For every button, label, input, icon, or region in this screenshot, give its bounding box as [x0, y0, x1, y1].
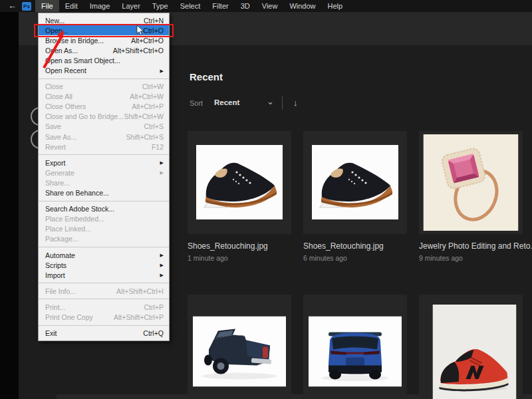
file-menu-item-print-one-copy: Print One CopyAlt+Shift+Ctrl+P	[39, 312, 169, 322]
menu-item-label: Close All	[45, 92, 72, 100]
recent-file-card[interactable]	[303, 295, 407, 399]
submenu-arrow-icon: ▶	[160, 158, 164, 168]
photoshop-home-screen: ← Ps FileEditImageLayerTypeSelectFilter3…	[0, 0, 532, 399]
back-arrow-icon[interactable]: ←	[8, 0, 17, 12]
menubar-item-3d[interactable]: 3D	[235, 0, 256, 12]
file-name: Shoes_Retouching.jpg	[188, 241, 291, 251]
file-menu-item-search-adobe-stock[interactable]: Search Adobe Stock...	[39, 204, 169, 214]
file-thumbnail[interactable]	[188, 131, 291, 234]
menu-item-shortcut: Ctrl+S	[144, 122, 164, 130]
file-menu-item-automate[interactable]: Automate▶	[39, 250, 169, 260]
menu-item-label: Save	[45, 122, 61, 130]
menubar-items: FileEditImageLayerTypeSelectFilter3DView…	[35, 0, 348, 12]
menu-item-label: Save As...	[45, 133, 76, 141]
menu-item-label: Revert	[45, 143, 66, 151]
menubar-item-view[interactable]: View	[256, 0, 284, 12]
menubar-item-type[interactable]: Type	[146, 0, 174, 12]
annotation-arrow	[40, 27, 73, 73]
file-menu-item-scripts[interactable]: Scripts▶	[39, 260, 169, 270]
menu-item-shortcut: Alt+Ctrl+O	[131, 37, 164, 45]
file-menu-item-revert: RevertF12	[39, 142, 169, 152]
menubar-item-help[interactable]: Help	[322, 0, 349, 12]
menu-item-label: Export	[45, 159, 65, 167]
file-thumbnail[interactable]	[303, 131, 407, 234]
file-menu-item-close-all: Close AllAlt+Ctrl+W	[39, 92, 169, 102]
menu-item-shortcut: Ctrl+N	[144, 17, 164, 25]
menubar-item-layer[interactable]: Layer	[116, 0, 146, 12]
menu-item-label: Generate	[45, 169, 74, 177]
menu-item-label: Import	[45, 271, 65, 279]
recent-file-card[interactable]: Shoes_Retouching.jpg 6 minutes ago	[303, 131, 407, 262]
blue-pickup-truck-image	[193, 315, 286, 388]
menubar-item-edit[interactable]: Edit	[59, 0, 84, 12]
menu-separator	[39, 283, 169, 283]
menu-item-label: Automate	[45, 251, 75, 259]
menu-item-label: Share...	[45, 179, 70, 187]
file-thumbnail[interactable]	[419, 131, 523, 234]
file-timestamp: 9 minutes ago	[419, 254, 523, 262]
menu-item-label: File Info...	[45, 287, 76, 295]
red-sneaker-image	[432, 305, 517, 399]
menubar-item-image[interactable]: Image	[84, 0, 116, 12]
blue-suv-image	[309, 315, 402, 388]
menu-item-label: Print One Copy	[45, 313, 93, 321]
submenu-arrow-icon: ▶	[160, 66, 164, 76]
file-menu-item-share-on-behance[interactable]: Share on Behance...	[39, 188, 169, 198]
submenu-arrow-icon: ▶	[160, 270, 164, 280]
menu-item-label: Search Adobe Stock...	[45, 205, 114, 213]
sort-selected-value: Recent	[214, 98, 239, 106]
menu-item-label: Print...	[45, 303, 65, 311]
menubar-item-select[interactable]: Select	[174, 0, 207, 12]
recent-file-card[interactable]: Jewelry Photo Editing and Reto... 9 minu…	[419, 131, 523, 262]
file-menu-item-place-embedded: Place Embedded...	[39, 214, 169, 224]
menu-item-shortcut: F12	[152, 143, 164, 151]
menu-item-label: Place Embedded...	[45, 215, 104, 223]
menu-item-shortcut: Ctrl+P	[144, 303, 164, 311]
menubar-item-window[interactable]: Window	[283, 0, 321, 12]
sort-order-arrow-icon[interactable]: ↓	[293, 98, 298, 108]
menu-separator	[39, 154, 169, 155]
file-menu-item-print: Print...Ctrl+P	[39, 302, 169, 312]
file-menu-item-place-linked: Place Linked...	[39, 224, 169, 234]
menu-item-shortcut: Shift+Ctrl+W	[124, 112, 164, 120]
pink-gemstone-ring-image	[423, 134, 519, 231]
file-thumbnail[interactable]	[188, 295, 291, 399]
file-thumbnail[interactable]	[419, 295, 523, 399]
file-menu-item-import[interactable]: Import▶	[39, 270, 169, 280]
file-menu-item-close-and-go-to-bridge: Close and Go to Bridge...Shift+Ctrl+W	[39, 112, 169, 122]
file-menu-item-exit[interactable]: ExitCtrl+Q	[39, 329, 169, 338]
file-name: Jewelry Photo Editing and Reto...	[419, 241, 523, 251]
file-timestamp: 6 minutes ago	[303, 254, 407, 262]
recent-file-card[interactable]	[419, 295, 523, 399]
menu-item-label: Scripts	[45, 261, 66, 269]
submenu-arrow-icon: ▶	[160, 250, 164, 260]
file-thumbnail[interactable]	[303, 295, 407, 399]
file-name: Shoes_Retouching.jpg	[303, 241, 407, 251]
menu-separator	[39, 247, 169, 247]
menu-item-shortcut: Alt+Shift+Ctrl+P	[114, 313, 164, 321]
menu-item-label: Close Others	[45, 102, 86, 110]
file-timestamp: 1 minute ago	[188, 254, 291, 262]
menu-item-shortcut: Alt+Shift+Ctrl+I	[116, 287, 164, 295]
toolbar-divider	[282, 96, 283, 110]
menu-item-shortcut: Ctrl+W	[142, 82, 164, 90]
file-menu-item-export[interactable]: Export▶	[39, 158, 169, 168]
file-menu-item-generate: Generate▶	[39, 168, 169, 178]
menu-item-label: Package...	[45, 235, 78, 243]
file-menu-item-save: SaveCtrl+S	[39, 122, 169, 132]
menu-item-shortcut: Alt+Ctrl+W	[130, 92, 164, 100]
menu-item-label: Share on Behance...	[45, 189, 109, 197]
recent-file-card[interactable]: Shoes_Retouching.jpg 1 minute ago	[188, 131, 291, 262]
black-sneaker-image	[196, 145, 283, 219]
sort-dropdown[interactable]: Recent ⌄	[213, 96, 274, 110]
menu-item-label: Close	[45, 82, 63, 90]
menubar-item-filter[interactable]: Filter	[206, 0, 234, 12]
menubar-item-file[interactable]: File	[35, 0, 59, 12]
recent-file-card[interactable]	[188, 295, 291, 399]
file-menu-item-package: Package...	[39, 234, 169, 244]
sort-label: Sort	[190, 99, 203, 107]
black-sneaker-image	[312, 145, 398, 219]
photoshop-logo-icon[interactable]: Ps	[22, 2, 31, 11]
menu-separator	[39, 299, 169, 299]
menu-separator	[39, 201, 169, 201]
